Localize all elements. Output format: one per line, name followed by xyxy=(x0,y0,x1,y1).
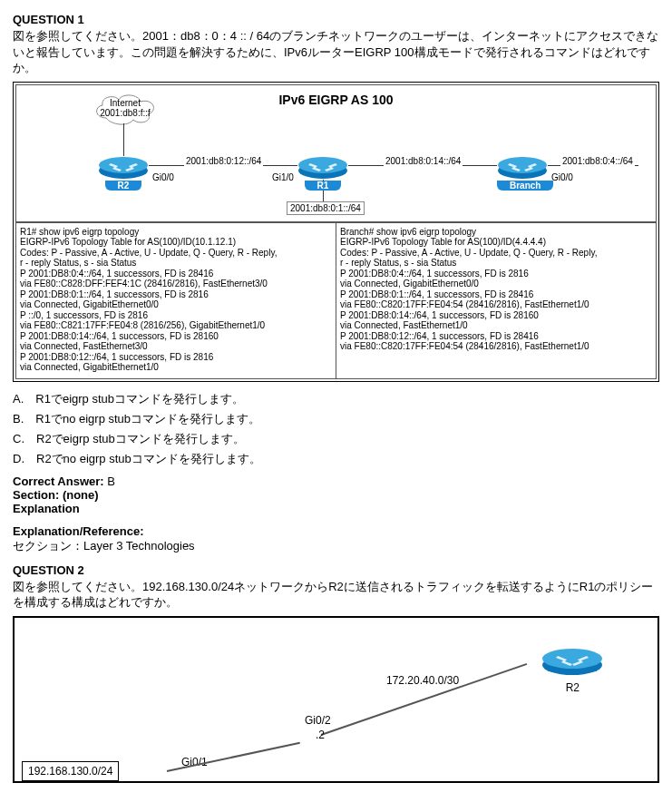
net-r1-below: 2001:db8:0:1::/64 xyxy=(287,201,365,215)
question-1-heading: QUESTION 1 xyxy=(13,13,659,26)
svg-point-3 xyxy=(298,157,347,173)
question-1-text: 図を参照してください。2001：db8：0：4 :: / 64のブランチネットワ… xyxy=(13,28,659,76)
router-icon xyxy=(497,154,548,180)
router-r1: R1 xyxy=(297,154,348,180)
question-2-text: 図を参照してください。192.168.130.0/24ネットワークからR2に送信… xyxy=(13,579,659,611)
svg-point-5 xyxy=(498,157,547,173)
internet-address: 2001:db8:f::f xyxy=(93,108,157,118)
explanation-line: Explanation xyxy=(13,502,659,515)
question-1-choices: A. R1でeigrp stubコマンドを発行します。 B. R1でno eig… xyxy=(13,391,659,467)
router-r2-q2 xyxy=(541,645,603,676)
topology-title: IPv6 EIGRP AS 100 xyxy=(278,93,393,107)
question-2-exhibit: R2 172.20.40.0/30 Gi0/2 .2 Gi0/1 192.168… xyxy=(13,616,659,783)
explanation-reference-label: Explanation/Reference: xyxy=(13,524,659,538)
svg-point-1 xyxy=(99,157,148,173)
cli-output-row: R1# show ipv6 eigrp topology EIGRP-IPv6 … xyxy=(15,222,657,379)
question-2-heading: QUESTION 2 xyxy=(13,563,659,577)
router-r2-label: R2 xyxy=(98,181,149,191)
router-icon xyxy=(98,154,149,180)
net-lan-box: 192.168.130.0/24 xyxy=(22,761,119,781)
internet-cloud: Internet 2001:db8:f::f xyxy=(93,93,157,123)
svg-point-7 xyxy=(542,649,602,669)
topology-diagram: IPv6 EIGRP AS 100 Internet 2001:db8:f::f… xyxy=(15,84,657,222)
net-branch-lan: 2001:db8:0:4::/64 xyxy=(560,156,635,166)
router-r2-label-q2: R2 xyxy=(566,681,579,694)
correct-answer-label: Correct Answer: xyxy=(13,474,104,488)
router-icon xyxy=(297,154,348,180)
link-internet-r2 xyxy=(123,123,124,156)
internet-label: Internet xyxy=(93,98,157,108)
choice-d: D. R2でno eigrp stubコマンドを発行します。 xyxy=(13,451,659,467)
question-1-exhibit: IPv6 EIGRP AS 100 Internet 2001:db8:f::f… xyxy=(13,82,659,382)
choice-b: B. R1でno eigrp stubコマンドを発行します。 xyxy=(13,411,659,427)
correct-answer-line: Correct Answer: B xyxy=(13,474,659,488)
correct-answer-value: B xyxy=(104,474,115,488)
net-wan-label: 172.20.40.0/30 xyxy=(386,674,459,687)
net-r2-r1: 2001:db8:0:12::/64 xyxy=(184,156,263,166)
explanation-reference-text: セクション：Layer 3 Technologies xyxy=(13,538,659,554)
choice-c: C. R2でeigrp stubコマンドを発行します。 xyxy=(13,431,659,447)
router-icon xyxy=(541,645,603,676)
router-r2: R2 xyxy=(98,154,149,180)
net-r1-branch: 2001:db8:0:14::/64 xyxy=(384,156,463,166)
iface-r2-gi00: Gi0/0 xyxy=(152,172,174,182)
router-branch: Branch xyxy=(497,154,548,180)
section-line: Section: (none) xyxy=(13,488,659,502)
router-r1-label: R1 xyxy=(297,181,348,191)
cli-r1: R1# show ipv6 eigrp topology EIGRP-IPv6 … xyxy=(15,223,336,379)
iface-gi02-addr: .2 xyxy=(316,729,325,741)
cli-branch: Branch# show ipv6 eigrp topology EIGRP-I… xyxy=(336,223,657,379)
router-branch-label: Branch xyxy=(497,181,548,191)
iface-gi02: Gi0/2 xyxy=(305,714,331,727)
iface-r1-gi10: Gi1/0 xyxy=(272,172,294,182)
choice-a: A. R1でeigrp stubコマンドを発行します。 xyxy=(13,391,659,407)
iface-branch-gi00: Gi0/0 xyxy=(551,172,573,182)
